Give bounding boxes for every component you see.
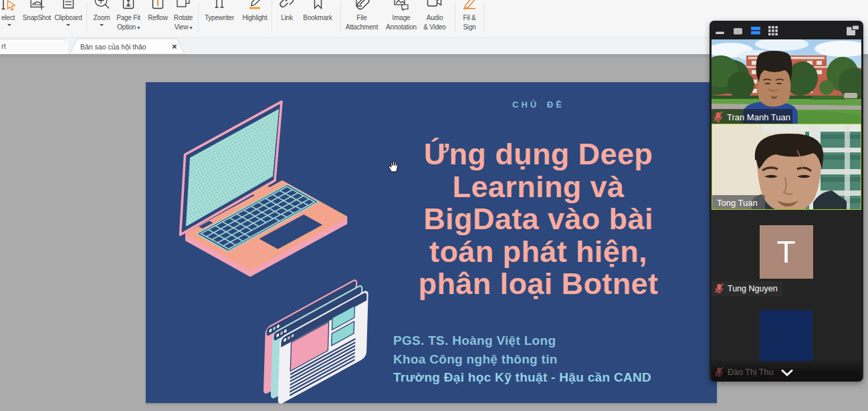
svg-text:Tran Manh Tuan: Tran Manh Tuan xyxy=(727,112,790,122)
